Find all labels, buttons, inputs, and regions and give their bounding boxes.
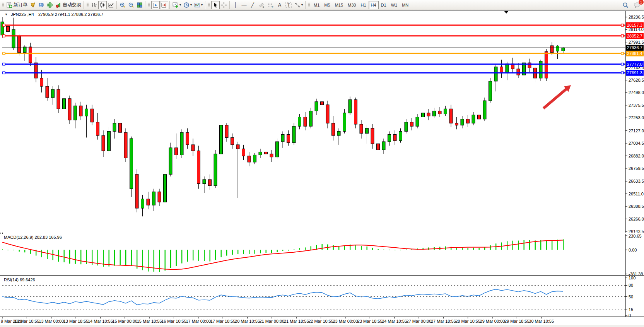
auto-scroll-button[interactable] (151, 1, 160, 9)
line-handle[interactable] (3, 24, 5, 26)
line-handle[interactable] (621, 63, 624, 65)
zoom-out-icon (128, 2, 134, 8)
indicators-button[interactable]: ▾ (171, 1, 182, 9)
arrow-annotation[interactable] (543, 85, 571, 108)
line-handle[interactable] (3, 63, 5, 65)
date-tick-label: 21 Mar 00:00 (259, 319, 284, 324)
chart-title: ▼ JPN225-,H4 27905.9 27941.1 27886.2 279… (5, 12, 103, 17)
macd-tick-label: -381.38 (629, 272, 643, 275)
templates-button[interactable]: ▾ (193, 1, 204, 9)
chart-shift-button[interactable] (160, 1, 168, 9)
trendline-icon: ╱ (251, 2, 254, 8)
timeframe-button-h1[interactable]: H1 (358, 1, 368, 9)
main-price-pane[interactable]: 28236.528114.027991.527869.027743.027620… (0, 10, 644, 233)
macd-pane[interactable]: 230.650.00-381.38 (0, 234, 644, 275)
horizontal-lines-layer[interactable] (2, 24, 625, 74)
svg-text:F: F (272, 6, 273, 8)
fibonacci-icon: F (267, 2, 274, 8)
new-order-button[interactable]: 新订单 (5, 1, 29, 9)
date-tick-label: 17 Mar 18:55 (210, 319, 236, 324)
dropdown-caret: ▾ (190, 3, 192, 7)
bar-chart-button[interactable] (90, 1, 98, 9)
toolbar-grip[interactable] (2, 2, 4, 8)
price-tick-label: 26882.0 (629, 154, 644, 158)
macd-axis: 230.650.00-381.38 (625, 234, 643, 275)
date-tick-label: 21 Mar 18:55 (284, 319, 309, 324)
date-tick-label: 23 Mar 18:55 (357, 319, 383, 324)
price-badge-label: 27881.4 (627, 51, 642, 56)
toolbar-grip[interactable] (308, 2, 310, 8)
template-icon (194, 2, 200, 8)
pane-separator[interactable] (0, 10, 644, 11)
zoom-in-icon (120, 2, 126, 8)
toolbar-grip[interactable] (148, 2, 150, 8)
tile-windows-button[interactable] (135, 1, 144, 9)
timeframe-button-h4[interactable]: H4 (369, 1, 379, 9)
text-tool-button[interactable]: A (275, 1, 284, 9)
fibonacci-tool-button[interactable]: F (266, 1, 275, 9)
line-handle[interactable] (3, 72, 5, 74)
toolbar-grip[interactable] (208, 2, 210, 8)
gold-marker-icon (30, 2, 36, 8)
macd-tick-label: 230.65 (629, 234, 642, 238)
chart-symbol-period: JPN225-,H4 (11, 12, 34, 17)
date-tick-label: 20 Mar 10:55 (235, 319, 260, 324)
line-handle[interactable] (621, 72, 624, 74)
collapse-triangle-icon[interactable]: ▼ (5, 13, 8, 16)
data-window-button[interactable] (37, 1, 46, 9)
price-tick-label: 26388.5 (629, 204, 644, 209)
green-signal-icon (47, 2, 53, 8)
hline-tool-button[interactable]: — (240, 1, 248, 9)
date-tick-label: 10 Mar 10:55 (14, 319, 39, 324)
search-button[interactable] (621, 1, 630, 9)
timeframe-button-m30[interactable]: M30 (345, 1, 358, 9)
date-tick-label: 28 Mar 10:55 (455, 319, 480, 324)
notification-badge: 1 (639, 0, 644, 5)
line-chart-button[interactable] (107, 1, 115, 9)
toolbar-grip[interactable] (87, 2, 89, 8)
cursor-tool-button[interactable] (211, 1, 220, 9)
toolbar-separator (145, 1, 146, 9)
line-handle[interactable] (621, 24, 624, 26)
timeframe-button-m1[interactable]: M1 (311, 1, 322, 9)
chart-shift-marker[interactable] (504, 11, 509, 14)
toolbar-separator (116, 1, 117, 9)
market-watch-button[interactable] (29, 1, 37, 9)
mt4-terminal-window: 新订单 自动交易 (0, 0, 644, 327)
timeframe-button-m15[interactable]: M15 (333, 1, 345, 9)
blue-chart-icon (38, 2, 44, 8)
timeframe-button-d1[interactable]: D1 (379, 1, 389, 9)
periods-button[interactable]: ▾ (182, 1, 193, 9)
crosshair-tool-button[interactable] (220, 1, 228, 9)
date-tick-label: 24 Mar 10:55 (382, 319, 407, 324)
zoom-in-button[interactable] (118, 1, 127, 9)
line-handle[interactable] (3, 52, 5, 55)
channel-tool-button[interactable]: E (257, 1, 266, 9)
timeframe-button-m5[interactable]: M5 (322, 1, 332, 9)
window-bottom-strip (0, 325, 644, 327)
vline-tool-button[interactable]: │ (231, 1, 240, 9)
rsi-pane[interactable]: 1008050150 (0, 276, 644, 317)
tile-windows-icon (137, 2, 143, 8)
notifications-button[interactable]: 1 (632, 1, 642, 9)
line-handle[interactable] (621, 52, 624, 55)
date-tick-label: 13 Mar 18:55 (63, 319, 89, 324)
auto-scroll-icon (152, 2, 159, 8)
svg-text:T: T (287, 3, 290, 7)
timeframe-button-mn[interactable]: MN (400, 1, 411, 9)
toolbar-separator (169, 1, 170, 9)
date-axis: 9 Mar 202310 Mar 10:5513 Mar 00:0013 Mar… (0, 317, 644, 325)
rsi-line (2, 289, 563, 305)
arrows-tool-button[interactable]: ▾ (293, 1, 304, 9)
autotrading-button[interactable]: 自动交易 (54, 1, 82, 9)
timeframe-button-w1[interactable]: W1 (389, 1, 400, 9)
new-order-label: 新订单 (14, 2, 27, 8)
text-label-tool-button[interactable]: T (284, 1, 293, 9)
price-tick-label: 26759.5 (629, 166, 644, 171)
line-handle[interactable] (621, 35, 624, 37)
line-handle[interactable] (3, 35, 5, 37)
trendline-tool-button[interactable]: ╱ (248, 1, 257, 9)
signals-button[interactable] (46, 1, 54, 9)
zoom-out-button[interactable] (127, 1, 135, 9)
candlestick-chart-button[interactable] (98, 1, 107, 9)
